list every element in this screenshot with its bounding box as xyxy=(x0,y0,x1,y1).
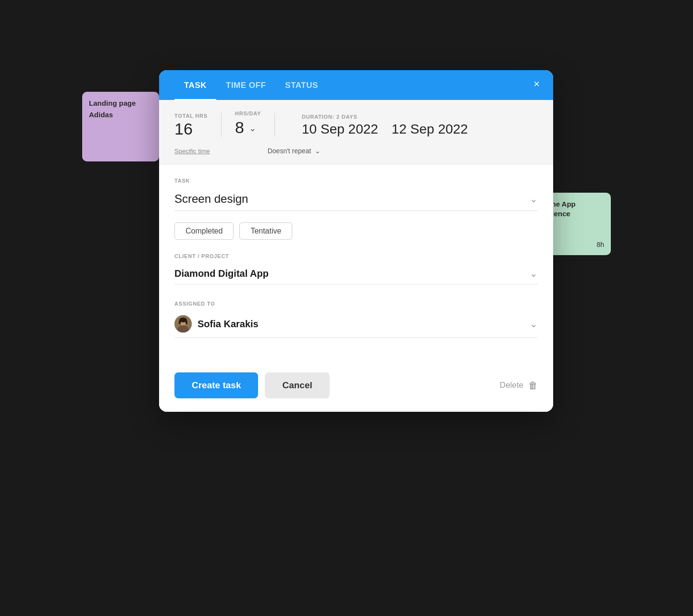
client-field-value: Diamond Digital App xyxy=(174,268,269,279)
bg-card-purple: Landing page Adidas xyxy=(82,92,159,161)
assigned-field-label: ASSIGNED TO xyxy=(174,301,538,307)
svg-point-5 xyxy=(179,320,181,324)
assigned-field-group: ASSIGNED TO xyxy=(174,301,538,338)
modal-footer: Create task Cancel Delete 🗑 xyxy=(159,363,553,412)
modal-dialog: TASK TIME OFF STATUS × TOTAL HRS 16 xyxy=(159,70,553,412)
client-field-group: CLIENT / PROJECT Diamond Digital App ⌄ xyxy=(174,253,538,284)
task-field-value: Screen design xyxy=(174,192,248,206)
form-section: TASK Screen design ⌄ Completed Tentative… xyxy=(159,164,553,363)
end-date[interactable]: 12 Sep 2022 xyxy=(392,122,468,137)
total-hrs-value: 16 xyxy=(174,121,208,137)
duration-block: DURATION: 2 DAYS 10 Sep 2022 12 Sep 2022 xyxy=(302,114,468,137)
repeat-dropdown[interactable]: Doesn't repeat ⌄ xyxy=(268,147,321,155)
total-hrs-block: TOTAL HRS 16 xyxy=(174,113,208,137)
tentative-badge[interactable]: Tentative xyxy=(239,222,292,240)
specific-time-link[interactable]: Specific time xyxy=(174,148,210,155)
assigned-row: Sofia Karakis xyxy=(174,315,259,333)
modal-header: TASK TIME OFF STATUS × xyxy=(159,70,553,100)
task-field-label: TASK xyxy=(174,178,538,184)
tab-status[interactable]: STATUS xyxy=(275,70,327,100)
tab-task[interactable]: TASK xyxy=(174,70,216,100)
bg-card-purple-title: Landing page xyxy=(89,99,152,108)
total-hrs-label: TOTAL HRS xyxy=(174,113,208,119)
divider-2 xyxy=(274,113,275,137)
close-button[interactable]: × xyxy=(530,77,544,91)
repeat-chevron-icon: ⌄ xyxy=(315,147,321,155)
hrs-day-label: HRS/DAY xyxy=(235,111,261,116)
client-chevron-icon: ⌄ xyxy=(530,268,538,279)
start-date[interactable]: 10 Sep 2022 xyxy=(302,122,378,137)
task-chevron-icon: ⌄ xyxy=(530,193,538,205)
repeat-label: Doesn't repeat xyxy=(268,147,311,155)
hrs-day-chevron-icon[interactable]: ⌄ xyxy=(249,123,259,133)
completed-badge[interactable]: Completed xyxy=(174,222,234,240)
divider-1 xyxy=(221,113,222,137)
time-section: TOTAL HRS 16 HRS/DAY 8 ⌄ DURATION: 2 DAY… xyxy=(159,100,553,164)
client-field-row[interactable]: Diamond Digital App ⌄ xyxy=(174,263,538,284)
delete-button[interactable]: Delete 🗑 xyxy=(500,380,538,391)
delete-label: Delete xyxy=(500,381,523,390)
hrs-day-value: 8 xyxy=(235,118,244,137)
task-field-row[interactable]: Screen design ⌄ xyxy=(174,187,538,211)
tab-time-off[interactable]: TIME OFF xyxy=(216,70,275,100)
cancel-button[interactable]: Cancel xyxy=(265,372,329,398)
create-task-button[interactable]: Create task xyxy=(174,372,258,398)
task-field-group: TASK Screen design ⌄ xyxy=(174,178,538,211)
client-field-label: CLIENT / PROJECT xyxy=(174,253,538,259)
bg-card-purple-subtitle: Adidas xyxy=(89,110,152,120)
status-badges: Completed Tentative xyxy=(174,222,538,240)
trash-icon: 🗑 xyxy=(528,380,538,391)
avatar xyxy=(174,315,192,333)
hrs-day-block: HRS/DAY 8 ⌄ xyxy=(235,111,261,137)
assigned-field-row[interactable]: Sofia Karakis ⌄ xyxy=(174,310,538,338)
duration-label: DURATION: 2 DAYS xyxy=(302,114,468,120)
assigned-chevron-icon: ⌄ xyxy=(530,318,538,330)
svg-point-6 xyxy=(186,320,187,324)
assigned-name: Sofia Karakis xyxy=(198,319,259,330)
